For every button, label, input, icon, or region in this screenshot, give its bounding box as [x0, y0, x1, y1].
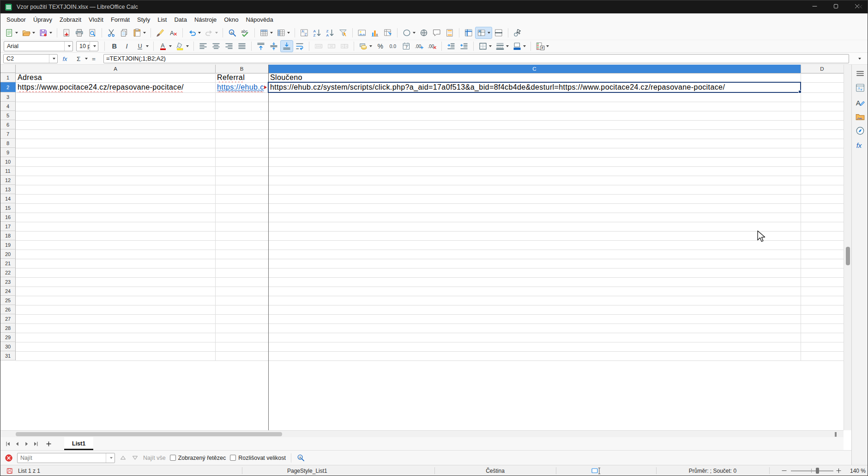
row-header-20[interactable]: 20: [0, 250, 16, 259]
zoom-out-button[interactable]: [781, 465, 788, 476]
dropdown-arrow[interactable]: [215, 32, 218, 34]
paste-button[interactable]: [131, 27, 148, 39]
dropdown-arrow[interactable]: [546, 45, 549, 47]
sum-button[interactable]: Σ: [72, 55, 84, 63]
border-color-button[interactable]: [511, 40, 528, 52]
sort-descending-button[interactable]: ZA: [324, 27, 337, 39]
row-header-10[interactable]: 10: [0, 157, 16, 166]
font-size-combobox[interactable]: 10 pt: [76, 41, 98, 51]
percent-button[interactable]: %: [374, 40, 387, 52]
dropdown-arrow[interactable]: [489, 45, 492, 47]
select-all-corner[interactable]: [0, 65, 16, 73]
sheet-info[interactable]: List 1 z 1: [18, 465, 40, 476]
split-handle[interactable]: [835, 432, 837, 437]
sidebar-gallery-button[interactable]: [854, 110, 867, 123]
insert-columns-button[interactable]: [275, 27, 292, 39]
add-decimal-button[interactable]: .00: [413, 40, 426, 52]
minimize-button[interactable]: [804, 0, 825, 13]
maximize-button[interactable]: [825, 0, 846, 13]
name-box-dropdown[interactable]: [49, 55, 57, 63]
search-dropdown[interactable]: [106, 453, 115, 463]
horizontal-scrollbar-thumb[interactable]: [16, 432, 282, 436]
sheet-tab-list1[interactable]: List1: [64, 437, 93, 450]
underline-button[interactable]: U: [133, 40, 151, 52]
find-replace-button[interactable]: a: [226, 27, 239, 39]
italic-button[interactable]: I: [121, 40, 133, 52]
menu-list[interactable]: List: [154, 15, 170, 24]
increase-indent-button[interactable]: [445, 40, 458, 52]
row-header-21[interactable]: 21: [0, 259, 16, 268]
close-document-button[interactable]: [856, 3, 864, 10]
expand-formula-bar-button[interactable]: [854, 58, 864, 60]
dropdown-arrow[interactable]: [523, 45, 526, 47]
font-name-dropdown[interactable]: [64, 42, 72, 51]
function-wizard-button[interactable]: fx: [60, 55, 72, 63]
currency-button[interactable]: [357, 40, 374, 52]
borders-button[interactable]: [476, 40, 494, 52]
row-header-7[interactable]: 7: [0, 129, 16, 139]
row-header-23[interactable]: 23: [0, 277, 16, 287]
font-name-combobox[interactable]: Arial: [4, 41, 73, 51]
merge-cells-button[interactable]: [325, 40, 338, 52]
find-previous-button[interactable]: [119, 454, 127, 462]
previous-sheet-button[interactable]: [12, 439, 22, 448]
name-box[interactable]: C2: [3, 54, 58, 63]
export-pdf-button[interactable]: [60, 27, 73, 39]
horizontal-scrollbar[interactable]: [0, 430, 844, 437]
wrap-text-button[interactable]: [293, 40, 306, 52]
add-sheet-button[interactable]: [43, 439, 54, 449]
font-color-button[interactable]: A: [157, 40, 174, 52]
autofilter-button[interactable]: [337, 27, 350, 39]
insert-comment-button[interactable]: [430, 27, 443, 39]
aggregate-status[interactable]: Průměr: ; Součet: 0: [656, 465, 769, 476]
menu-okno[interactable]: Okno: [220, 15, 242, 24]
row-header-17[interactable]: 17: [0, 222, 16, 231]
row-header-27[interactable]: 27: [0, 314, 16, 323]
align-top-button[interactable]: [254, 40, 267, 52]
column-header-B[interactable]: B: [215, 65, 268, 73]
row-header-30[interactable]: 30: [0, 342, 16, 351]
sidebar-menu-button[interactable]: [854, 67, 867, 80]
print-button[interactable]: [73, 27, 86, 39]
row-header-1[interactable]: 1: [0, 73, 16, 82]
menu-nastroje[interactable]: Nástroje: [191, 15, 220, 24]
row-header-12[interactable]: 12: [0, 176, 16, 185]
row-header-31[interactable]: 31: [0, 351, 16, 360]
menu-vlozit[interactable]: Vložit: [85, 15, 107, 24]
insert-rows-button[interactable]: [258, 27, 275, 39]
row-header-9[interactable]: 9: [0, 148, 16, 157]
freeze-cells-button[interactable]: [475, 27, 492, 39]
dropdown-arrow[interactable]: [270, 32, 273, 34]
row-header-28[interactable]: 28: [0, 323, 16, 333]
dropdown-arrow[interactable]: [146, 45, 149, 47]
align-justified-button[interactable]: [235, 40, 248, 52]
column-header-C[interactable]: C: [268, 65, 801, 73]
sidebar-navigator-button[interactable]: [854, 124, 867, 137]
zoom-in-button[interactable]: [835, 465, 842, 476]
find-replace-dialog-button[interactable]: a: [296, 453, 305, 462]
page-style[interactable]: PageStyle_List1: [287, 465, 327, 476]
match-case-checkbox[interactable]: [230, 455, 236, 461]
clear-formatting-button[interactable]: A: [167, 27, 180, 39]
menu-napoveda[interactable]: Nápověda: [242, 15, 277, 24]
selection-mode-indicator[interactable]: [591, 465, 601, 476]
find-next-button[interactable]: [131, 454, 139, 462]
formula-input[interactable]: =TEXTJOIN(;1;B2;A2): [103, 54, 849, 63]
decrease-indent-button[interactable]: [458, 40, 470, 52]
first-sheet-button[interactable]: [3, 439, 12, 448]
menu-styly[interactable]: Styly: [133, 15, 154, 24]
undo-button[interactable]: [186, 27, 203, 39]
menu-upravy[interactable]: Úpravy: [30, 15, 56, 24]
dropdown-arrow[interactable]: [287, 32, 290, 34]
row-header-19[interactable]: 19: [0, 240, 16, 250]
row-header-4[interactable]: 4: [0, 102, 16, 111]
redo-button[interactable]: [203, 27, 220, 39]
selection-handle[interactable]: [798, 90, 802, 93]
dropdown-arrow[interactable]: [15, 32, 18, 34]
insert-chart-button[interactable]: [368, 27, 381, 39]
row-header-26[interactable]: 26: [0, 305, 16, 314]
dropdown-arrow[interactable]: [32, 32, 35, 34]
row-header-6[interactable]: 6: [0, 120, 16, 129]
dropdown-arrow[interactable]: [49, 32, 52, 34]
freeze-rows-columns-button[interactable]: [462, 27, 475, 39]
